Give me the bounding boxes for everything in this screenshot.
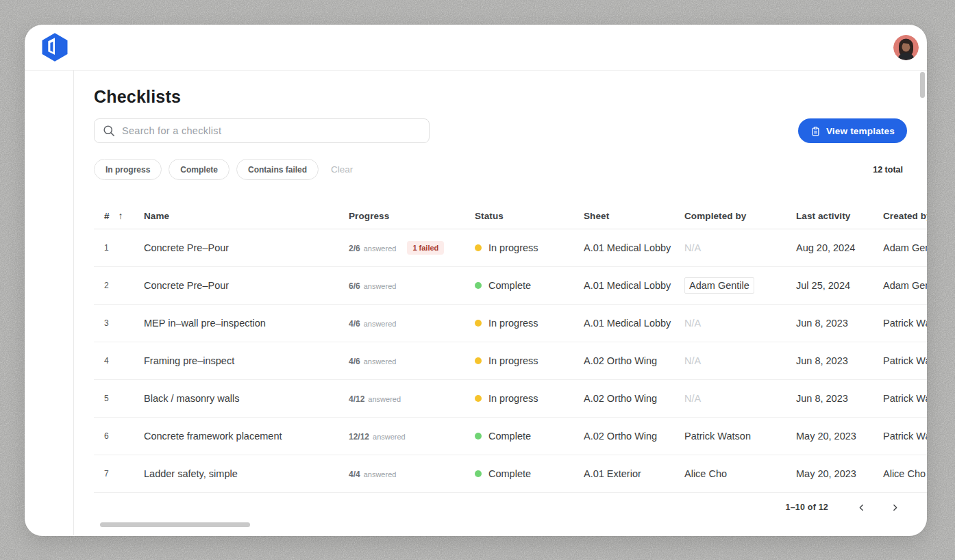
column-header-number[interactable]: # ↑ <box>94 210 144 221</box>
status-label: In progress <box>488 318 538 329</box>
search-icon <box>103 125 115 137</box>
completed-by-cell: N/A <box>684 393 796 404</box>
filter-bar: In progress Complete Contains failed Cle… <box>94 159 927 180</box>
sort-ascending-icon[interactable]: ↑ <box>119 210 123 221</box>
last-activity-cell: May 20, 2023 <box>796 431 883 442</box>
search-input[interactable] <box>122 125 421 136</box>
status-cell: Complete <box>475 280 584 291</box>
app-window: Checklists <box>25 25 927 536</box>
progress-cell: 6/6answered <box>349 280 475 291</box>
window-body: Checklists <box>25 71 927 535</box>
status-cell: In progress <box>475 355 584 366</box>
next-page-button[interactable] <box>891 503 900 512</box>
sheet-cell: A.02 Ortho Wing <box>584 355 684 366</box>
completed-by-cell: Patrick Watson <box>684 431 796 442</box>
view-templates-button[interactable]: View templates <box>798 118 907 143</box>
search-row: View templates <box>94 118 927 143</box>
checklist-name: Ladder safety, simple <box>144 468 349 479</box>
progress-fraction: 6/6 <box>349 281 360 291</box>
checklist-name: Framing pre–inspect <box>144 355 349 366</box>
table-row[interactable]: 5 Black / masonry walls 4/12answered In … <box>94 380 927 418</box>
created-by-cell: Patrick Watson <box>883 318 927 329</box>
last-activity-cell: Aug 20, 2024 <box>796 242 883 253</box>
status-dot <box>475 470 482 477</box>
column-header-last-activity[interactable]: Last activity <box>796 211 883 221</box>
checklist-name: Black / masonry walls <box>144 393 349 404</box>
progress-fraction: 4/4 <box>349 470 360 479</box>
progress-fraction: 12/12 <box>349 432 369 442</box>
row-number: 7 <box>94 469 144 479</box>
last-activity-cell: May 20, 2023 <box>796 468 883 479</box>
table-row[interactable]: 4 Framing pre–inspect 4/6answered In pro… <box>94 342 927 380</box>
created-by-cell: Alice Cho <box>883 468 927 479</box>
status-cell: In progress <box>475 318 584 329</box>
column-header-completed-by[interactable]: Completed by <box>684 211 796 221</box>
progress-cell: 4/6answered <box>349 355 475 366</box>
created-by-cell: Patrick Watson <box>883 355 927 366</box>
app-bar <box>25 25 927 71</box>
brand-logo-icon[interactable] <box>40 32 70 62</box>
last-activity-cell: Jul 25, 2024 <box>796 280 883 291</box>
table-row[interactable]: 3 MEP in–wall pre–inspection 4/6answered… <box>94 305 927 342</box>
status-dot <box>475 244 482 251</box>
column-header-progress[interactable]: Progress <box>349 211 475 221</box>
previous-page-button[interactable] <box>857 503 866 512</box>
status-dot <box>475 433 482 440</box>
progress-fraction: 2/6 <box>349 244 360 253</box>
table-header: # ↑ Name Progress Status Sheet Completed… <box>94 203 927 229</box>
chevron-left-icon <box>857 503 866 512</box>
column-header-name[interactable]: Name <box>144 211 349 221</box>
chevron-right-icon <box>891 503 900 512</box>
horizontal-scrollbar[interactable] <box>100 522 250 527</box>
completed-by-cell: Alice Cho <box>684 468 796 479</box>
column-header-status[interactable]: Status <box>475 211 584 221</box>
progress-cell: 4/12answered <box>349 393 475 404</box>
status-label: In progress <box>488 355 538 366</box>
search-box[interactable] <box>94 118 430 143</box>
progress-cell: 4/6answered <box>349 318 475 329</box>
clear-filters-button[interactable]: Clear <box>331 164 353 175</box>
progress-suffix: answered <box>364 357 397 366</box>
table-row[interactable]: 7 Ladder safety, simple 4/4answered Comp… <box>94 455 927 493</box>
progress-suffix: answered <box>364 244 397 253</box>
column-header-sheet[interactable]: Sheet <box>584 211 684 221</box>
checklist-name: Concrete framework placement <box>144 431 349 442</box>
last-activity-cell: Jun 8, 2023 <box>796 318 883 329</box>
checklist-name: Concrete Pre–Pour <box>144 280 349 291</box>
table-row[interactable]: 6 Concrete framework placement 12/12answ… <box>94 418 927 455</box>
status-label: In progress <box>488 393 538 404</box>
vertical-scrollbar[interactable] <box>920 72 925 98</box>
column-header-created-by[interactable]: Created by <box>883 211 927 221</box>
completed-by-cell: N/A <box>684 355 796 366</box>
created-by-cell: Adam Gentile <box>883 280 927 291</box>
filter-chip-complete[interactable]: Complete <box>169 159 230 180</box>
completed-by-cell[interactable]: Adam Gentile <box>684 280 796 291</box>
status-cell: In progress <box>475 242 584 253</box>
status-dot <box>475 282 482 289</box>
progress-fraction: 4/6 <box>349 357 360 366</box>
progress-fraction: 4/6 <box>349 319 360 329</box>
status-label: Complete <box>488 431 531 442</box>
total-count: 12 total <box>873 165 903 175</box>
row-number: 1 <box>94 243 144 253</box>
status-dot <box>475 320 482 327</box>
created-by-cell: Patrick Watson <box>883 431 927 442</box>
sheet-cell: A.01 Exterior <box>584 468 684 479</box>
progress-suffix: answered <box>368 395 401 403</box>
failed-badge: 1 failed <box>407 241 444 255</box>
sheet-cell: A.01 Medical Lobby <box>584 280 684 291</box>
last-activity-cell: Jun 8, 2023 <box>796 393 883 404</box>
sheet-cell: A.02 Ortho Wing <box>584 393 684 404</box>
last-activity-cell: Jun 8, 2023 <box>796 355 883 366</box>
progress-cell: 12/12answered <box>349 431 475 442</box>
filter-chip-contains-failed[interactable]: Contains failed <box>236 159 319 180</box>
filter-chip-in-progress[interactable]: In progress <box>94 159 162 180</box>
progress-suffix: answered <box>364 282 397 290</box>
status-cell: Complete <box>475 431 584 442</box>
checklist-name: Concrete Pre–Pour <box>144 242 349 253</box>
sheet-cell: A.01 Medical Lobby <box>584 242 684 253</box>
sheet-cell: A.01 Medical Lobby <box>584 318 684 329</box>
user-avatar[interactable] <box>893 35 919 60</box>
table-row[interactable]: 2 Concrete Pre–Pour 6/6answered Complete… <box>94 267 927 305</box>
table-row[interactable]: 1 Concrete Pre–Pour 2/6answered 1 failed… <box>94 229 927 267</box>
